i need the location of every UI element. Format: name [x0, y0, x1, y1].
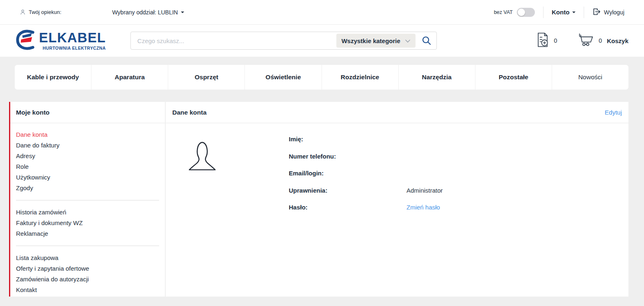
cart-label: Koszyk [607, 37, 628, 44]
sidebar-item-dane-do-faktury[interactable]: Dane do faktury [16, 140, 159, 150]
document-plus-icon [535, 32, 550, 50]
sidebar-item-zamowienia-do-autoryzacji[interactable]: Zamówienia do autoryzacji [16, 274, 159, 284]
topbar-right: bez VAT Konto Wyloguj [494, 7, 624, 18]
vat-toggle-label: bez VAT [494, 9, 513, 15]
search-button[interactable] [422, 36, 432, 46]
categories-label: Wszystkie kategorie [341, 37, 400, 44]
cart-count: 0 [598, 37, 602, 44]
sidebar-item-dane-konta[interactable]: Dane konta [16, 129, 159, 140]
sidebar-item-reklamacje[interactable]: Reklamacje [16, 228, 159, 239]
tab-kable-i-przewody[interactable]: Kable i przewody [15, 65, 91, 90]
divider [543, 7, 544, 18]
sidebar-item-zgody[interactable]: Zgody [16, 182, 159, 193]
account-label: Konto [552, 9, 569, 16]
logout-button[interactable]: Wyloguj [592, 7, 624, 17]
logo-name: ELKABEL [39, 31, 106, 44]
change-password-link[interactable]: Zmień hasło [406, 204, 440, 211]
sidebar-item-faktury-i-dokumenty-wz[interactable]: Faktury i dokumenty WZ [16, 217, 159, 228]
offers-count: 0 [554, 37, 557, 44]
field-label-numer-telefonu: Numer telefonu: [289, 153, 406, 160]
branch-text: Wybrany oddział: LUBLIN [112, 9, 178, 16]
caretaker-label: Twój opiekun: [29, 9, 62, 15]
chevron-down-icon [572, 12, 575, 15]
field-row: Hasło: Zmień hasło [289, 204, 622, 211]
tab-nowosci[interactable]: Nowości [552, 65, 628, 90]
sidebar-item-adresy[interactable]: Adresy [16, 150, 159, 161]
sidebar-item-role[interactable]: Role [16, 161, 159, 172]
account-menu[interactable]: Konto [552, 9, 575, 16]
account-fields: Imię: Numer telefonu: Email/login: Upraw… [289, 136, 622, 211]
sidebar-item-historia-zamowien[interactable]: Historia zamówień [16, 207, 159, 217]
sidebar-item-kontakt[interactable]: Kontakt [16, 284, 159, 295]
header-right: 0 0 Koszyk [535, 32, 628, 50]
tab-osprzet[interactable]: Osprzęt [168, 65, 245, 90]
edit-link[interactable]: Edytuj [605, 109, 622, 116]
content-area: Moje konto Dane konta Dane do faktury Ad… [9, 102, 628, 297]
sidebar-menu: Dane konta Dane do faktury Adresy Role U… [10, 123, 165, 295]
field-row: Numer telefonu: [289, 153, 622, 160]
divider [16, 246, 159, 246]
chevron-down-icon [181, 12, 184, 15]
logo-subtitle: HURTOWNIA ELEKTRYCZNA [39, 46, 106, 51]
sidebar-title: Moje konto [10, 102, 165, 123]
panel-body: Imię: Numer telefonu: Email/login: Upraw… [166, 123, 628, 297]
offers-button[interactable]: 0 [535, 32, 557, 50]
field-label-email-login: Email/login: [289, 170, 406, 177]
field-value-uprawnienia: Administrator [406, 187, 443, 194]
logout-icon [592, 7, 601, 17]
divider [584, 7, 584, 18]
topbar: Twój opiekun: Wybrany oddział: LUBLIN be… [0, 0, 644, 25]
panel-title: Dane konta [172, 109, 207, 116]
cart-icon [578, 33, 595, 48]
vat-toggle[interactable] [517, 8, 535, 17]
tab-aparatura[interactable]: Aparatura [91, 65, 168, 90]
chevron-down-icon [405, 37, 411, 44]
elkabel-logo[interactable]: ELKABEL HURTOWNIA ELEKTRYCZNA [16, 28, 106, 53]
tab-rozdzielnice[interactable]: Rozdzielnice [322, 65, 399, 90]
header: ELKABEL HURTOWNIA ELEKTRYCZNA Wszystkie … [0, 25, 644, 57]
person-icon [20, 9, 26, 15]
cart-button[interactable]: 0 Koszyk [578, 33, 628, 48]
logo-text-block: ELKABEL HURTOWNIA ELEKTRYCZNA [39, 31, 106, 51]
account-details-panel: Dane konta Edytuj Imię: Numer telefonu: [166, 102, 628, 297]
toggle-knob [518, 9, 525, 16]
field-label-haslo: Hasło: [289, 204, 406, 211]
categories-dropdown[interactable]: Wszystkie kategorie [336, 34, 415, 48]
tab-narzedzia[interactable]: Narzędzia [399, 65, 475, 90]
sidebar-item-lista-zakupowa[interactable]: Lista zakupowa [16, 252, 159, 263]
account-sidebar: Moje konto Dane konta Dane do faktury Ad… [9, 102, 165, 297]
caretaker-info: Twój opiekun: [20, 9, 62, 15]
field-row: Uprawnienia: Administrator [289, 187, 622, 194]
divider [16, 200, 159, 200]
sidebar-item-oferty-i-zapytania[interactable]: Oferty i zapytania ofertowe [16, 263, 159, 274]
field-row: Email/login: [289, 170, 622, 177]
field-label-uprawnienia: Uprawnienia: [289, 187, 406, 194]
sidebar-item-uzytkownicy[interactable]: Użytkownicy [16, 172, 159, 182]
tab-pozostale[interactable]: Pozostałe [475, 65, 552, 90]
logout-label: Wyloguj [604, 9, 624, 16]
field-label-imie: Imię: [289, 136, 406, 143]
field-row: Imię: [289, 136, 622, 143]
tab-oswietlenie[interactable]: Oświetlenie [245, 65, 322, 90]
logo-mark-icon [16, 28, 35, 53]
search-bar: Wszystkie kategorie [130, 32, 437, 50]
search-input[interactable] [137, 37, 337, 45]
branch-selector[interactable]: Wybrany oddział: LUBLIN [112, 9, 184, 16]
avatar [187, 140, 217, 174]
category-nav: Kable i przewody Aparatura Osprzęt Oświe… [15, 65, 628, 90]
panel-header: Dane konta Edytuj [166, 102, 628, 123]
